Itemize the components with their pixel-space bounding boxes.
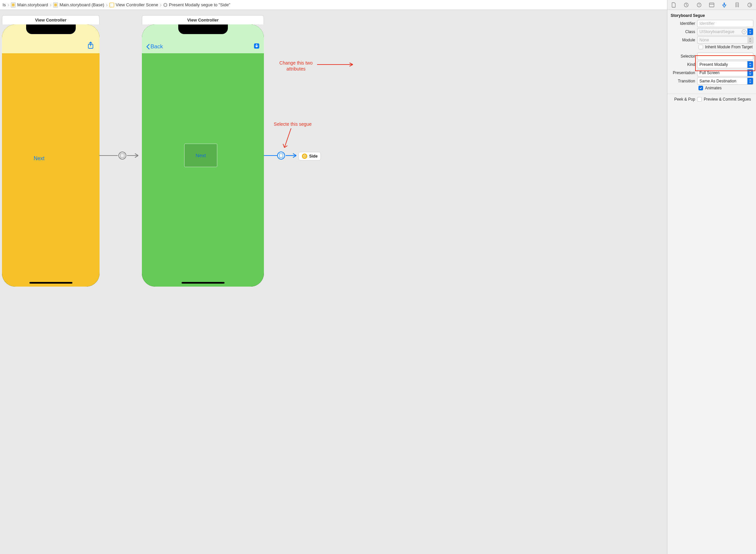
phone-b-navbar: Back (142, 40, 264, 53)
phone-b-body: Back Next (142, 24, 264, 287)
segue-icon (164, 3, 167, 7)
scene-title-a[interactable]: View Controller (2, 15, 100, 24)
kind-select[interactable]: Present Modally (697, 61, 753, 68)
label-presentation: Presentation (670, 70, 695, 75)
class-select[interactable]: UIStoryboardSegue (697, 28, 753, 36)
editor-top-bar: ls › Main.storyboard › Main.storyboard (… (0, 0, 756, 10)
breadcrumb: ls › Main.storyboard › Main.storyboard (… (3, 2, 698, 8)
back-button[interactable]: Back (146, 43, 163, 50)
selector-field[interactable] (697, 53, 753, 60)
phone-a-notch (26, 24, 76, 34)
label-identifier: Identifier (670, 21, 695, 26)
annotation-arrow-attrs (317, 62, 357, 67)
chevron-right-icon: › (50, 2, 52, 8)
checkbox-icon (698, 45, 703, 49)
checkbox-icon (697, 97, 702, 102)
attributes-inspector-icon[interactable] (720, 1, 728, 9)
stepper-icon (747, 29, 753, 35)
scene-icon (110, 3, 114, 7)
storyboard-ref-label: Side (309, 154, 317, 159)
stepper-icon (747, 37, 753, 43)
svg-text:?: ? (698, 3, 700, 7)
svg-rect-17 (709, 3, 714, 7)
label-module: Module (670, 38, 695, 42)
label-class: Class (670, 30, 695, 34)
label-selector: Selector (670, 54, 695, 59)
class-clear-icon[interactable] (742, 30, 746, 34)
button-next-a[interactable]: Next (34, 156, 45, 162)
class-value: UIStoryboardSegue (699, 30, 734, 34)
identifier-field[interactable] (697, 20, 753, 27)
row-selector: Selector (670, 53, 753, 60)
svg-line-13 (285, 128, 291, 148)
annotation-text: Change this two (279, 60, 313, 65)
share-icon[interactable] (87, 41, 94, 50)
inspector-section-segue: Storyboard Segue Identifier Class UIStor… (668, 10, 756, 94)
label-transition: Transition (670, 79, 695, 84)
crumb-root[interactable]: ls (3, 2, 6, 7)
annotation-attributes: Change this two attributes (274, 60, 317, 72)
inspector-panel: ? Storyboard Segue Identifier Class UISt… (667, 0, 756, 554)
back-label: Back (150, 43, 163, 50)
annotation-segue: Selecte this segue (269, 121, 316, 127)
label-kind: Kind (670, 62, 695, 67)
stepper-icon (747, 69, 753, 76)
peek-checkbox[interactable]: Preview & Commit Segues (697, 97, 751, 102)
row-class: Class UIStoryboardSegue (670, 28, 753, 36)
download-icon[interactable] (253, 43, 260, 50)
row-identifier: Identifier (670, 20, 753, 27)
label-peek: Peek & Pop (670, 97, 695, 102)
home-indicator (29, 282, 72, 284)
history-inspector-icon[interactable] (682, 1, 690, 9)
section-title: Storyboard Segue (671, 13, 753, 18)
phone-a-body: Next (2, 24, 100, 287)
inherit-checkbox[interactable]: Inherit Module From Target (698, 45, 753, 49)
home-indicator (182, 282, 225, 284)
segue-node-a[interactable] (118, 152, 126, 160)
peek-label: Preview & Commit Segues (704, 97, 751, 102)
animates-label: Animates (705, 86, 721, 90)
button-next-b: Next (196, 153, 206, 158)
inherit-label: Inherit Module From Target (705, 45, 753, 49)
help-inspector-icon[interactable]: ? (695, 1, 703, 9)
storyboard-canvas[interactable]: View Controller Next View Controller Bac… (0, 10, 667, 554)
storyboard-file-icon (53, 2, 58, 8)
identity-inspector-icon[interactable] (708, 1, 716, 9)
row-kind: Kind Present Modally (670, 61, 753, 68)
module-value: None (699, 38, 709, 42)
chevron-right-icon: › (7, 2, 9, 8)
crumb-segue[interactable]: Present Modally segue to "Side" (169, 2, 231, 7)
size-inspector-icon[interactable] (733, 1, 741, 9)
svg-point-20 (744, 32, 745, 33)
scene-title-b[interactable]: View Controller (142, 15, 264, 24)
segue-node-b-selected[interactable] (277, 152, 285, 160)
annotation-arrow-segue (281, 128, 294, 152)
segue-kind-icon (279, 154, 283, 158)
module-select[interactable]: None (697, 37, 753, 44)
chevron-right-icon: › (106, 2, 108, 8)
annotation-text: attributes (287, 66, 306, 71)
phone-b[interactable]: Back Next (142, 24, 264, 287)
transition-select[interactable]: Same As Destination (697, 77, 753, 85)
row-module: Module None (670, 37, 753, 44)
transition-value: Same As Destination (699, 79, 736, 84)
container-view[interactable]: Next (184, 144, 217, 167)
row-presentation: Presentation Full Screen (670, 69, 753, 76)
connections-inspector-icon[interactable] (746, 1, 754, 9)
phone-a[interactable]: Next (2, 24, 100, 287)
row-peek: Peek & Pop Preview & Commit Segues (670, 97, 753, 102)
crumb-file[interactable]: Main.storyboard (17, 2, 48, 7)
stepper-icon (747, 78, 753, 85)
file-inspector-icon[interactable] (670, 1, 678, 9)
presentation-select[interactable]: Full Screen (697, 69, 753, 76)
chevron-left-icon (146, 44, 150, 50)
kind-value: Present Modally (699, 62, 728, 67)
storyboard-reference-side[interactable]: Side (299, 152, 321, 161)
animates-checkbox[interactable]: Animates (698, 86, 753, 90)
stepper-icon (747, 61, 753, 68)
storyboard-ref-icon (302, 154, 307, 159)
crumb-scene[interactable]: View Controller Scene (116, 2, 158, 7)
chevron-right-icon: › (160, 2, 162, 8)
checkbox-checked-icon (698, 86, 703, 90)
crumb-base[interactable]: Main.storyboard (Base) (60, 2, 104, 7)
